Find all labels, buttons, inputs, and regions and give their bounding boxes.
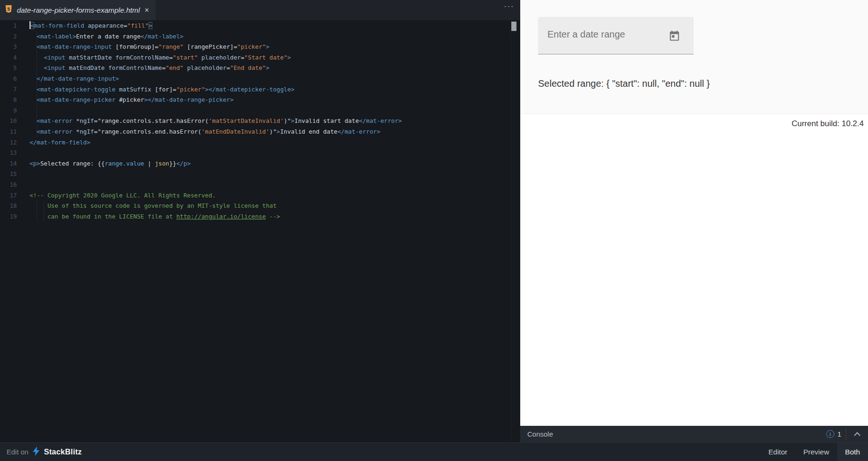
current-build-text: Current build: 10.2.4 <box>792 119 864 128</box>
line-number: 13 <box>0 148 17 159</box>
view-tab-preview[interactable]: Preview <box>795 443 837 461</box>
line-number: 11 <box>0 127 17 137</box>
code-line: 16 <box>0 180 520 190</box>
line-number: 4 <box>0 53 17 63</box>
line-number: 9 <box>0 106 17 116</box>
tab-date-range-picker-forms-example[interactable]: 5 date-range-picker-forms-example.html × <box>0 0 156 20</box>
console-divider <box>846 429 846 440</box>
indent-guide <box>37 106 37 116</box>
lightning-bolt-icon <box>33 446 40 458</box>
code-line: 4 <input matStartDate formControlName="s… <box>0 53 520 63</box>
code-line: 15 <box>0 169 520 180</box>
line-number: 5 <box>0 63 17 74</box>
code-line: 5 <input matEndDate formControlName="end… <box>0 63 520 74</box>
tab-title: date-range-picker-forms-example.html <box>17 6 140 15</box>
line-number: 17 <box>0 190 17 201</box>
console-title: Console <box>520 430 553 438</box>
preview-pane: Enter a date range Selected range: { "st… <box>520 0 868 426</box>
line-number: 10 <box>0 116 17 127</box>
code-line: 7 <mat-datepicker-toggle matSuffix [for]… <box>0 84 520 95</box>
datepicker-toggle-button[interactable] <box>667 29 681 43</box>
selected-range-text: Selected range: { "start": null, "end": … <box>538 78 710 89</box>
line-number: 8 <box>0 95 17 106</box>
code-line: 10 <mat-error *ngIf="range.controls.star… <box>0 116 520 127</box>
calendar-icon <box>668 30 681 42</box>
line-number: 16 <box>0 180 17 190</box>
code-line: 17<!-- Copyright 2020 Google LLC. All Ri… <box>0 190 520 201</box>
code-line: 19 can be found in the LICENSE file at h… <box>0 212 520 222</box>
console-info-count: 1 <box>838 430 841 438</box>
code-area[interactable]: 1<mat-form-field appearance="fill">2 <ma… <box>0 20 520 222</box>
code-line: 11 <mat-error *ngIf="range.controls.end.… <box>0 127 520 137</box>
editor-scrollbar-thumb[interactable] <box>511 22 516 31</box>
line-number: 7 <box>0 84 17 95</box>
code-line: 13 <box>0 148 520 159</box>
stackblitz-brand-label: StackBlitz <box>44 447 82 456</box>
edit-on-label: Edit on <box>7 448 29 456</box>
editor-scrollbar-track <box>511 20 517 442</box>
info-icon: i <box>826 430 834 438</box>
console-bar[interactable]: Console i 1 <box>520 426 868 442</box>
view-tab-both[interactable]: Both <box>837 443 868 461</box>
line-number: 14 <box>0 159 17 169</box>
code-line: 1<mat-form-field appearance="fill"> <box>0 21 520 31</box>
line-number: 18 <box>0 201 17 212</box>
date-range-label: Enter a date range <box>547 29 625 40</box>
html5-file-icon: 5 <box>5 5 12 15</box>
code-line: 3 <mat-date-range-input [formGroup]="ran… <box>0 42 520 53</box>
line-number: 15 <box>0 169 17 180</box>
svg-text:5: 5 <box>7 7 10 12</box>
line-number: 1 <box>0 21 17 31</box>
editor-pane: 5 date-range-picker-forms-example.html ×… <box>0 0 520 442</box>
line-number: 3 <box>0 42 17 53</box>
app-preview-area: Enter a date range Selected range: { "st… <box>520 0 868 114</box>
console-controls: i 1 <box>826 429 868 440</box>
code-line: 14<p>Selected range: {{range.value | jso… <box>0 159 520 169</box>
code-line: 6 </mat-date-range-input> <box>0 74 520 84</box>
editor-tabbar: 5 date-range-picker-forms-example.html ×… <box>0 0 520 20</box>
footer-bar: Edit on StackBlitz EditorPreviewBoth <box>0 442 868 461</box>
view-tab-editor[interactable]: Editor <box>760 443 795 461</box>
code-line: 12</mat-form-field> <box>0 137 520 148</box>
editor-more-menu-icon[interactable]: ··· <box>504 3 515 10</box>
stackblitz-link[interactable]: Edit on StackBlitz <box>0 443 82 461</box>
date-range-form-field[interactable]: Enter a date range <box>538 17 694 54</box>
chevron-up-icon[interactable] <box>852 429 862 439</box>
code-line: 18 Use of this source code is governed b… <box>0 201 520 212</box>
code-line: 9 <box>0 106 520 116</box>
view-tabs: EditorPreviewBoth <box>760 443 868 461</box>
line-number: 2 <box>0 31 17 42</box>
code-line: 8 <mat-date-range-picker #picker></mat-d… <box>0 95 520 106</box>
code-line: 2 <mat-label>Enter a date range</mat-lab… <box>0 31 520 42</box>
line-number: 12 <box>0 137 17 148</box>
line-number: 19 <box>0 212 17 222</box>
line-number: 6 <box>0 74 17 84</box>
tab-close-icon[interactable]: × <box>144 7 149 14</box>
